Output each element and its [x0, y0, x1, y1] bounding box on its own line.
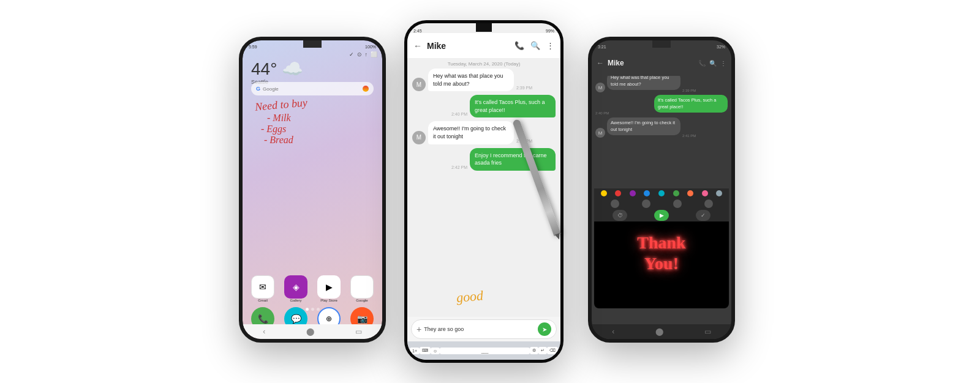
- message-2: 2:40 PM It's called Tacos Plus, such a g…: [412, 95, 556, 117]
- message-1: M Hey what was that place you told me ab…: [412, 69, 556, 91]
- note-line2: - Milk: [267, 113, 370, 124]
- share-icon: ↑: [365, 51, 368, 58]
- back-btn-right[interactable]: ‹: [612, 327, 614, 336]
- key-keyboard[interactable]: ⌨: [420, 347, 431, 354]
- action-buttons-row: ⏱ ▶ ✓: [594, 209, 729, 221]
- phone-left-notch: [303, 40, 322, 48]
- time-4: 2:42 PM: [451, 165, 467, 169]
- scene: 5:59 100% ✓ ⊙ ↑ ⬜ 44° ☁️ Seattle G: [0, 0, 980, 383]
- time-right: 3:21: [598, 45, 606, 49]
- chat-messages: M Hey what was that place you told me ab…: [407, 69, 560, 174]
- color-green[interactable]: [673, 190, 679, 196]
- home-btn-right[interactable]: ⬤: [655, 327, 663, 336]
- mic-icon: [363, 86, 369, 92]
- back-btn[interactable]: ‹: [263, 327, 265, 336]
- call-icon-right[interactable]: 📞: [698, 60, 706, 67]
- action-btn-play[interactable]: ▶: [654, 210, 669, 221]
- key-1+[interactable]: 1+: [410, 348, 420, 354]
- tool-pen[interactable]: [611, 199, 619, 208]
- send-button[interactable]: ➤: [538, 322, 551, 336]
- chat-input-row: + They are so goo ➤: [411, 319, 557, 339]
- google-logo: G: [256, 86, 260, 92]
- phone-right: 3:21 32% ← Mike 📞 🔍 ⋮ Tuesday, March 24,…: [588, 37, 735, 343]
- right-chat-header: ← Mike 📞 🔍 ⋮: [592, 50, 731, 76]
- right-avatar-2: M: [595, 128, 605, 138]
- search-bar[interactable]: G Google: [251, 82, 374, 95]
- avatar-m3: M: [412, 131, 426, 144]
- tool-icons-row: [594, 198, 729, 209]
- battery-right: 32%: [717, 45, 725, 49]
- right-bubble-3: Awesome!! I'm going to check it out toni…: [607, 117, 680, 135]
- temperature: 44° ☁️: [251, 59, 303, 79]
- color-red[interactable]: [615, 190, 621, 196]
- call-icon[interactable]: 📞: [514, 41, 524, 50]
- chat-header-icons: 📞 🔍 ⋮: [514, 41, 554, 50]
- more-icon-right[interactable]: ⋮: [720, 60, 726, 67]
- app-google[interactable]: Google: [350, 275, 374, 302]
- note-line3: - Eggs: [261, 124, 370, 135]
- right-time-3: 2:41 PM: [682, 134, 696, 138]
- search-text: Google: [263, 86, 279, 92]
- color-grey[interactable]: [716, 190, 722, 196]
- note-line4: - Bread: [264, 135, 370, 146]
- app-playstore[interactable]: ▶ Play Store: [317, 275, 341, 302]
- key-spacebar[interactable]: ___: [440, 348, 530, 354]
- recent-btn[interactable]: ▭: [355, 327, 362, 336]
- phone-left-screen: 5:59 100% ✓ ⊙ ↑ ⬜ 44° ☁️ Seattle G: [243, 40, 382, 339]
- message-input[interactable]: They are so goo: [424, 326, 535, 332]
- action-btn-check[interactable]: ✓: [696, 210, 710, 221]
- right-time-2: 2:40 PM: [595, 111, 609, 115]
- more-icon[interactable]: ⋮: [546, 41, 554, 50]
- key-settings[interactable]: ⚙: [530, 347, 538, 354]
- contact-name-right: Mike: [608, 59, 695, 67]
- app-gallery[interactable]: ◈ Gallery: [284, 275, 307, 302]
- bubble-2: It's called Tacos Plus, such a great pla…: [470, 95, 556, 117]
- color-pink[interactable]: [702, 190, 708, 196]
- note-line1: Need to buy: [254, 96, 307, 113]
- nav-bar-right: ‹ ⬤ ▭: [592, 324, 731, 339]
- time-1: 2:39 PM: [516, 86, 532, 90]
- color-cyan[interactable]: [658, 190, 665, 196]
- handwritten-notes: Need to buy - Milk - Eggs - Bread: [255, 99, 370, 146]
- color-yellow[interactable]: [601, 190, 607, 196]
- right-time-1: 2:39 PM: [682, 89, 696, 92]
- search-icon-right[interactable]: 🔍: [709, 60, 717, 67]
- back-arrow-center[interactable]: ←: [413, 41, 422, 51]
- app-grid: ✉ Gmail ◈ Gallery ▶ Play Store: [251, 275, 374, 302]
- key-enter[interactable]: ↵: [538, 347, 547, 354]
- right-msg-3: M Awesome!! I'm going to check it out to…: [595, 117, 728, 138]
- right-chat-messages: M Hey what was that place you told me ab…: [592, 72, 731, 140]
- chat-header: ← Mike 📞 🔍 ⋮: [407, 33, 560, 59]
- app-gmail[interactable]: ✉ Gmail: [251, 275, 274, 302]
- tool-stamp[interactable]: [673, 199, 682, 208]
- handwritten-good: good: [456, 288, 484, 306]
- contact-name-center: Mike: [427, 41, 510, 51]
- recent-btn-right[interactable]: ▭: [704, 327, 711, 336]
- tool-brush[interactable]: [642, 199, 650, 208]
- action-btn-timer[interactable]: ⏱: [612, 210, 627, 221]
- home-btn[interactable]: ⬤: [306, 327, 314, 336]
- color-palette: [594, 188, 729, 198]
- search-icon[interactable]: 🔍: [530, 41, 540, 50]
- keyboard-row: 1+ ⌨ ☺ ___ ⚙ ↵ ⌫: [407, 341, 560, 360]
- camera-icon: ⊙: [357, 51, 362, 58]
- checkmark-icon: ✓: [349, 51, 354, 58]
- phone-right-screen: 3:21 32% ← Mike 📞 🔍 ⋮ Tuesday, March 24,…: [592, 40, 731, 339]
- left-toolbar: ✓ ⊙ ↑ ⬜: [349, 51, 378, 58]
- back-arrow-right[interactable]: ←: [597, 59, 604, 67]
- avatar-m1: M: [412, 78, 426, 91]
- color-blue[interactable]: [644, 190, 650, 196]
- add-attachment-btn[interactable]: +: [417, 324, 421, 334]
- color-orange[interactable]: [687, 190, 693, 196]
- chat-input-area: + They are so goo ➤: [407, 317, 560, 341]
- time-2: 2:40 PM: [451, 112, 467, 116]
- battery-left: 100%: [365, 45, 376, 49]
- battery-center: 99%: [546, 29, 554, 33]
- bubble-3: Awesome!! I'm going to check it out toni…: [428, 121, 514, 144]
- tool-eraser[interactable]: [704, 199, 713, 208]
- key-delete[interactable]: ⌫: [547, 347, 558, 354]
- key-sticker[interactable]: ☺: [431, 348, 440, 354]
- color-purple[interactable]: [630, 190, 636, 196]
- right-bubble-2: It's called Tacos Plus, such a great pla…: [654, 95, 728, 113]
- chat-date: Tuesday, March 24, 2020 (Today): [407, 61, 560, 67]
